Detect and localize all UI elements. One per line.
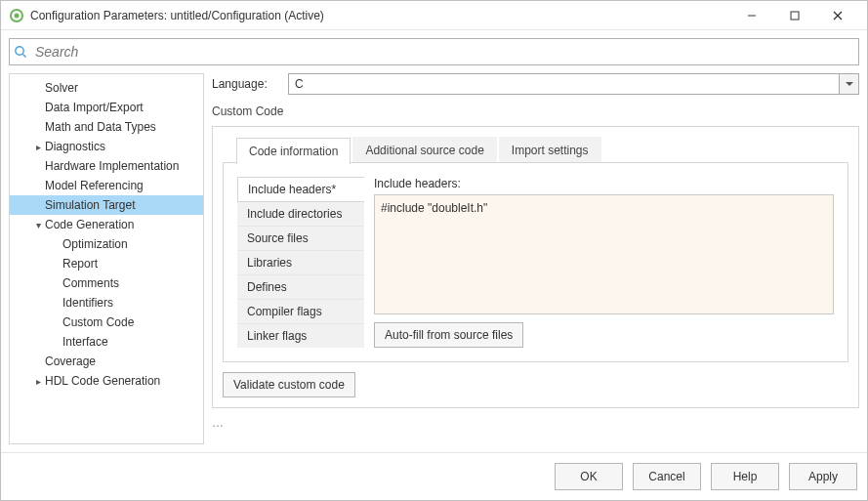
sidebar-item-math-and-data-types[interactable]: Math and Data Types: [10, 117, 203, 137]
language-value: C: [288, 73, 840, 95]
search-icon: [10, 45, 31, 59]
include-headers-label: Include headers:: [374, 177, 834, 190]
tab-additional-source-code[interactable]: Additional source code: [352, 137, 496, 163]
sidebar-item-label: Diagnostics: [45, 140, 105, 153]
sidebar-item-report[interactable]: Report: [10, 254, 203, 273]
search-bar: [9, 38, 859, 65]
sidebar-item-identifiers[interactable]: Identifiers: [10, 293, 203, 313]
dialog-footer: OK Cancel Help Apply: [1, 452, 867, 500]
sidebar-item-coverage[interactable]: Coverage: [10, 352, 203, 371]
sidebar-item-label: Data Import/Export: [45, 101, 144, 114]
include-headers-input[interactable]: [374, 194, 834, 314]
sidebar-item-hardware-implementation[interactable]: Hardware Implementation: [10, 156, 203, 176]
maximize-button[interactable]: [773, 2, 816, 29]
tree-arrow-icon: ▸: [33, 376, 43, 387]
include-headers-area: Include headers: Auto-fill from source f…: [374, 177, 834, 348]
tree-arrow-icon: ▸: [33, 142, 43, 152]
svg-line-5: [834, 12, 842, 20]
sidebar-item-comments[interactable]: Comments: [10, 273, 203, 293]
tab-code-information[interactable]: Code information: [236, 138, 351, 164]
sidebar-item-label: HDL Code Generation: [45, 374, 160, 388]
sidebar-item-simulation-target[interactable]: Simulation Target: [10, 195, 203, 215]
sidebar-item-label: Coverage: [45, 355, 96, 368]
sidebar-item-label: Solver: [45, 81, 78, 95]
svg-line-7: [22, 54, 25, 57]
sidebar-item-code-generation[interactable]: ▾Code Generation: [10, 215, 203, 234]
ok-button[interactable]: OK: [555, 463, 623, 490]
language-select[interactable]: C: [288, 73, 859, 95]
sidebar-item-label: Identifiers: [62, 296, 113, 310]
sidebar-item-interface[interactable]: Interface: [10, 332, 203, 352]
body-area: Solver Data Import/Export Math and Data …: [1, 65, 867, 452]
sidebar-item-label: Interface: [62, 335, 108, 349]
cancel-button[interactable]: Cancel: [633, 463, 701, 490]
svg-rect-3: [791, 12, 799, 20]
window: Configuration Parameters: untitled/Confi…: [0, 0, 868, 501]
app-icon: [9, 8, 24, 23]
more-ellipsis[interactable]: …: [212, 416, 859, 430]
sidebar-item-hdl-code-generation[interactable]: ▸HDL Code Generation: [10, 371, 203, 391]
tab-import-settings[interactable]: Import settings: [499, 137, 601, 163]
category-item-compiler-flags[interactable]: Compiler flags: [237, 300, 364, 324]
svg-line-4: [834, 12, 842, 20]
category-item-linker-flags[interactable]: Linker flags: [237, 324, 364, 348]
chevron-down-icon[interactable]: [840, 73, 859, 95]
category-item-libraries[interactable]: Libraries: [237, 251, 364, 275]
svg-marker-8: [846, 82, 853, 86]
category-item-include-directories[interactable]: Include directories: [237, 202, 364, 227]
window-controls: [730, 2, 859, 29]
tree-arrow-icon: ▾: [33, 220, 43, 230]
sidebar-item-data-import-export[interactable]: Data Import/Export: [10, 98, 203, 117]
svg-point-1: [15, 13, 20, 18]
category-list: Include headers*Include directoriesSourc…: [237, 177, 364, 348]
sidebar-item-label: Comments: [62, 276, 119, 290]
validate-button[interactable]: Validate custom code: [223, 372, 355, 397]
sidebar-item-label: Custom Code: [62, 315, 134, 329]
sidebar-item-label: Optimization: [62, 237, 128, 251]
category-item-source-files[interactable]: Source files: [237, 227, 364, 251]
minimize-button[interactable]: [730, 2, 773, 29]
search-input[interactable]: [31, 42, 858, 62]
language-row: Language: C: [212, 73, 859, 95]
sidebar-item-optimization[interactable]: Optimization: [10, 234, 203, 254]
sidebar: Solver Data Import/Export Math and Data …: [9, 73, 204, 444]
sidebar-item-label: Model Referencing: [45, 179, 144, 192]
titlebar: Configuration Parameters: untitled/Confi…: [1, 1, 867, 30]
category-item-include-headers-[interactable]: Include headers*: [237, 177, 364, 202]
main-panel: Language: C Custom Code Code information…: [212, 73, 859, 444]
tabs: Code informationAdditional source codeIm…: [236, 137, 848, 163]
window-title: Configuration Parameters: untitled/Confi…: [30, 9, 730, 22]
sidebar-item-model-referencing[interactable]: Model Referencing: [10, 176, 203, 195]
close-button[interactable]: [816, 2, 859, 29]
sidebar-item-diagnostics[interactable]: ▸Diagnostics: [10, 137, 203, 156]
svg-point-6: [16, 47, 23, 55]
sidebar-item-solver[interactable]: Solver: [10, 78, 203, 98]
search-wrapper: [1, 30, 867, 65]
sidebar-item-label: Hardware Implementation: [45, 159, 179, 173]
code-information-pane: Include headers*Include directoriesSourc…: [223, 162, 848, 362]
category-item-defines[interactable]: Defines: [237, 275, 364, 300]
language-label: Language:: [212, 77, 288, 91]
sidebar-item-custom-code[interactable]: Custom Code: [10, 313, 203, 332]
sidebar-item-label: Code Generation: [45, 218, 134, 231]
help-button[interactable]: Help: [711, 463, 779, 490]
custom-code-section-label: Custom Code: [212, 104, 859, 118]
apply-button[interactable]: Apply: [789, 463, 857, 490]
sidebar-item-label: Report: [62, 257, 98, 271]
sidebar-item-label: Math and Data Types: [45, 120, 156, 134]
autofill-button[interactable]: Auto-fill from source files: [374, 322, 523, 348]
sidebar-item-label: Simulation Target: [45, 198, 136, 212]
custom-code-panel: Code informationAdditional source codeIm…: [212, 126, 859, 408]
